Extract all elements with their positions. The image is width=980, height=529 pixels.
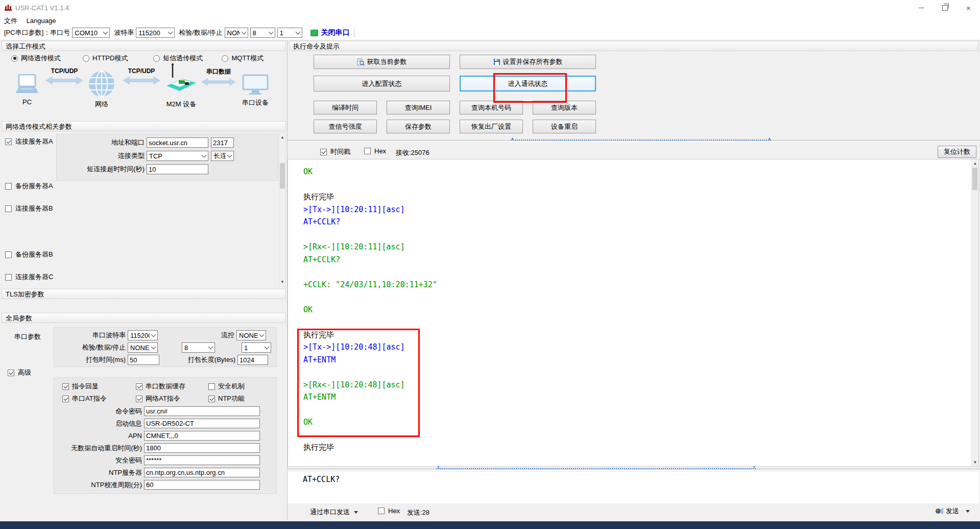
server-checkbox[interactable]: 备份服务器B <box>5 250 53 259</box>
conn-mode-select[interactable]: 长连接 <box>211 151 234 161</box>
advanced-option-checkbox[interactable]: NTP功能 <box>208 394 245 403</box>
advanced-option-checkbox[interactable]: 指令回显 <box>62 382 99 391</box>
scroll-down-icon[interactable]: ▼ <box>279 278 285 286</box>
scroll-up-icon[interactable]: ▲ <box>972 159 978 167</box>
timestamp-checkbox[interactable]: 时间戳 <box>320 147 350 156</box>
command-button[interactable]: 恢复出厂设置 <box>460 120 523 133</box>
command-button[interactable]: 编译时间 <box>314 101 377 114</box>
server-addr-input[interactable]: socket.usr.cn <box>147 137 208 148</box>
pack-time-input[interactable]: 50 <box>128 355 159 365</box>
field-input[interactable]: CMNET,,,0 <box>144 431 260 441</box>
addr-label: 地址和端口 <box>57 138 145 147</box>
command-button[interactable]: 设备重启 <box>533 120 596 133</box>
send-via-dropdown[interactable]: 通过串口发送 <box>310 508 358 517</box>
command-button[interactable]: 保存参数 <box>387 120 450 133</box>
diagram-node-serial-device: 串口设备 <box>237 74 273 107</box>
short-timeout-input[interactable]: 10 <box>147 164 208 174</box>
log-splitter-top[interactable]: ▲ ▲ <box>288 139 980 143</box>
log-line <box>303 266 978 279</box>
get-params-button[interactable]: 获取当前参数 <box>314 55 450 69</box>
menu-file[interactable]: 文件 <box>1 15 20 27</box>
log-line: 执行完毕 <box>303 441 978 454</box>
parity-select[interactable]: NONE <box>225 28 248 38</box>
field-input[interactable]: ****** <box>144 455 260 465</box>
advanced-field-row: NTP校准周期(分) 60 <box>54 480 277 490</box>
minimize-button[interactable] <box>910 0 933 15</box>
serial-stopbits-select[interactable]: 1 <box>242 342 271 353</box>
command-button[interactable]: 查询版本 <box>533 101 596 114</box>
serial-databits-select[interactable]: 8 <box>182 342 215 353</box>
scrollbar-thumb[interactable] <box>972 168 977 190</box>
log-line: OK <box>303 166 978 178</box>
server-checkbox[interactable]: 备份服务器A <box>5 181 53 191</box>
server-port-input[interactable]: 2317 <box>211 137 234 148</box>
restore-button[interactable] <box>934 0 957 15</box>
send-input-text: AT+CCLK? <box>303 475 340 484</box>
diagram-link-3: 串口数据 <box>201 67 236 86</box>
send-button[interactable]: 发送 <box>935 507 970 516</box>
splitter-handle[interactable]: ▲ ▲ <box>511 140 771 143</box>
splitter-handle[interactable]: ▼ ▼ <box>437 468 756 471</box>
scroll-up-icon[interactable]: ▲ <box>279 133 285 141</box>
server-a-checkbox[interactable]: 连接服务器A <box>5 137 53 146</box>
send-input[interactable]: AT+CCLK? <box>288 472 979 503</box>
field-label: NTP校准周期(分) <box>54 480 142 490</box>
advanced-option-checkbox[interactable]: 串口数据缓存 <box>136 382 185 391</box>
server-label: 连接服务器C <box>15 272 53 282</box>
left-panel-scrollbar[interactable]: ▲ ▼ <box>279 133 286 286</box>
stopbits-select[interactable]: 1 <box>277 28 302 38</box>
section-global[interactable]: 全局参数 <box>2 313 286 323</box>
command-button[interactable]: 查询本机号码 <box>460 101 523 114</box>
get-params-label: 获取当前参数 <box>367 57 407 66</box>
menu-language[interactable]: Language <box>23 16 59 26</box>
checkbox-icon <box>136 396 142 402</box>
command-button[interactable]: 查信号强度 <box>314 120 377 133</box>
field-input[interactable]: cn.ntp.org.cn,us.ntp.org.cn <box>144 468 260 477</box>
node-label: 串口设备 <box>242 98 269 107</box>
chevron-down-icon <box>268 30 273 35</box>
advanced-option-checkbox[interactable]: 网络AT指令 <box>136 394 180 403</box>
server-checkbox[interactable]: 连接服务器C <box>5 272 53 282</box>
advanced-option-checkbox[interactable]: 安全机制 <box>208 382 245 391</box>
log-output[interactable]: OK执行完毕>[Tx->][10:20:11][asc]AT+CCLK?>[Rx… <box>288 159 979 467</box>
enter-config-button[interactable]: 进入配置状态 <box>314 76 450 91</box>
pack-len-input[interactable]: 1024 <box>237 355 268 365</box>
advanced-checkbox[interactable]: 高级 <box>8 368 31 377</box>
field-input[interactable]: 60 <box>144 480 260 490</box>
serial-parity-select[interactable]: NONE <box>128 342 158 353</box>
flow-select[interactable]: NONE <box>236 330 266 340</box>
section-tls[interactable]: TLS加密参数 <box>2 289 286 299</box>
double-arrow-icon <box>123 76 160 85</box>
close-serial-button[interactable]: 关闭串口 <box>310 28 350 37</box>
advanced-option-label: 串口AT指令 <box>72 394 107 403</box>
serial-port-label: [PC串口参数]：串口号 <box>4 28 70 37</box>
serial-baud-select[interactable]: 115200 <box>128 330 158 340</box>
command-button[interactable]: 查询IMEI <box>387 101 450 114</box>
speaker-icon <box>935 507 943 515</box>
conn-type-select[interactable]: TCP <box>147 151 208 161</box>
com-port-select[interactable]: COM10 <box>72 28 110 38</box>
field-input[interactable]: 1800 <box>144 443 260 453</box>
chevron-down-icon <box>103 30 108 35</box>
advanced-field-row: APN CMNET,,,0 <box>54 431 277 441</box>
server-checkbox[interactable]: 连接服务器B <box>5 204 53 213</box>
set-save-params-button[interactable]: 设置并保存所有参数 <box>460 55 596 69</box>
field-input[interactable]: usr.cn# <box>144 406 260 416</box>
log-splitter-bottom[interactable]: ▼ ▼ <box>288 468 980 472</box>
send-hex-checkbox[interactable]: Hex <box>378 507 400 515</box>
recv-hex-checkbox[interactable]: Hex <box>364 147 386 155</box>
server-label: 备份服务器B <box>15 250 53 259</box>
section-net-params: 网络透传模式相关参数 <box>2 121 286 131</box>
field-input[interactable]: USR-DR502-CT <box>144 419 260 428</box>
close-button[interactable]: × <box>957 0 980 15</box>
checkbox-icon <box>5 183 12 190</box>
checkbox-icon <box>5 139 12 145</box>
log-scrollbar[interactable]: ▲ ▼ <box>971 159 979 467</box>
scroll-down-icon[interactable]: ▼ <box>972 458 978 466</box>
advanced-option-checkbox[interactable]: 串口AT指令 <box>62 394 107 403</box>
baud-select[interactable]: 115200 <box>136 28 175 38</box>
scrollbar-thumb[interactable] <box>280 163 285 189</box>
databits-select[interactable]: 8 <box>250 28 275 38</box>
pack-len-label: 打包长度(Bytes) <box>159 355 235 364</box>
reset-count-button[interactable]: 复位计数 <box>938 146 976 158</box>
